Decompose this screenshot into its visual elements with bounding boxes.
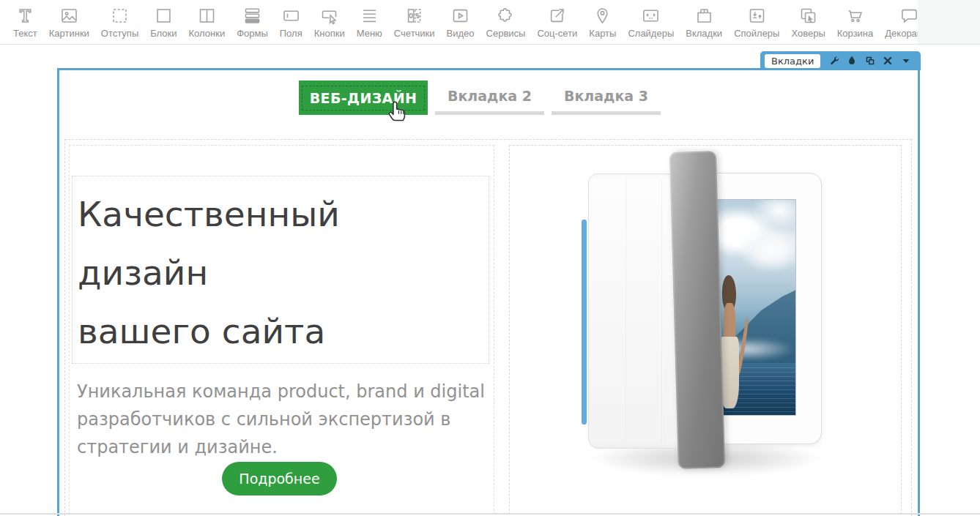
- toolbar-item-label: Поля: [280, 28, 302, 39]
- tab-3[interactable]: Вкладка 3: [552, 81, 661, 115]
- toolbar-item-label: Вкладки: [686, 28, 722, 39]
- toolbar-divider: [0, 44, 980, 45]
- paragraph-line: разработчиков с сильной экспертизой в: [77, 405, 489, 433]
- toolbar-item-label: Блоки: [150, 28, 177, 39]
- widget-control-bar: Вкладки: [760, 51, 921, 70]
- counters-icon: [404, 4, 424, 26]
- tab-web-design[interactable]: ВЕБ-ДИЗАЙН: [299, 81, 428, 115]
- forms-icon: [242, 4, 262, 26]
- toolbar-item-label: Видео: [447, 28, 475, 39]
- sliders-icon: [641, 4, 661, 26]
- wrench-icon[interactable]: [828, 55, 840, 67]
- paragraph-line: стратегии и дизайне.: [77, 433, 489, 461]
- toolbar-item-video[interactable]: Видео: [441, 4, 480, 39]
- toolbar-item-spoilers[interactable]: Спойлеры: [728, 4, 785, 39]
- blocks-icon: [154, 4, 174, 26]
- toolbar-item-label: Картинки: [49, 28, 89, 39]
- photo-cloud: [737, 225, 796, 273]
- toolbar-item-cart[interactable]: Корзина: [831, 4, 880, 39]
- toolbar-item-counters[interactable]: Счетчики: [388, 4, 441, 39]
- cart-icon: [845, 4, 865, 26]
- toolbar-item-social[interactable]: Соц-сети: [531, 4, 583, 39]
- toolbar-item-maps[interactable]: Карты: [583, 4, 622, 39]
- toolbar-empty-area: [918, 0, 980, 44]
- maps-icon: [593, 4, 612, 26]
- widget-control-icons: [825, 55, 915, 67]
- fields-icon: [281, 4, 301, 26]
- duplicate-icon[interactable]: [864, 55, 876, 67]
- toolbar-item-label: Меню: [357, 28, 382, 39]
- toolbar-item-images[interactable]: Картинки: [43, 4, 95, 39]
- toolbar-item-label: Корзина: [837, 28, 874, 39]
- droplet-icon[interactable]: [846, 55, 858, 67]
- viewport-bottom-edge: [0, 513, 980, 515]
- toolbar-item-menu[interactable]: Меню: [351, 4, 388, 39]
- tab-label: Вкладка 2: [448, 88, 532, 104]
- paragraph-text-block[interactable]: Уникальная команда product, brand и digi…: [77, 378, 489, 461]
- tab-2[interactable]: Вкладка 2: [435, 81, 544, 115]
- services-icon: [496, 4, 516, 26]
- toolbar-item-label: Спойлеры: [734, 28, 779, 39]
- toolbar-item-sliders[interactable]: Слайдеры: [622, 4, 680, 39]
- toolbar-item-label: Отступы: [101, 28, 138, 39]
- more-details-button[interactable]: Подробнее: [222, 462, 337, 496]
- toolbar-item-label: Текст: [13, 28, 37, 39]
- heading-line: вашего сайта: [78, 302, 489, 361]
- toolbar-item-spacing[interactable]: Отступы: [95, 4, 144, 39]
- toolbar-item-hovers[interactable]: Ховеры: [785, 4, 831, 39]
- toolbar-item-label: Соц-сети: [537, 28, 577, 39]
- toolbar-item-forms[interactable]: Формы: [231, 4, 274, 39]
- toolbar-item-tabs[interactable]: Вкладки: [680, 4, 728, 39]
- hovers-icon: [798, 4, 818, 26]
- toolbar-item-label: Сервисы: [486, 28, 526, 39]
- tabs-widget-canvas[interactable]: ВЕБ-ДИЗАЙН Вкладка 2 Вкладка 3 Качествен…: [57, 68, 920, 516]
- buttons-icon: [319, 4, 339, 26]
- collapse-caret-icon[interactable]: [900, 55, 912, 67]
- text-icon: [15, 4, 35, 26]
- heading-line: Качественный: [78, 185, 489, 244]
- tab-underline: [435, 111, 544, 115]
- close-icon[interactable]: [882, 55, 894, 67]
- toolbar-item-blocks[interactable]: Блоки: [144, 4, 182, 39]
- spoilers-icon: [747, 4, 767, 26]
- toolbar-item-label: Счетчики: [394, 28, 435, 39]
- heading-line: дизайн: [78, 244, 489, 302]
- tablet-cover-flap: [669, 151, 725, 469]
- toolbar-item-fields[interactable]: Поля: [274, 4, 308, 39]
- columns-icon: [197, 4, 217, 26]
- social-icon: [547, 4, 567, 26]
- images-icon: [59, 4, 79, 26]
- toolbar-item-text[interactable]: Текст: [7, 4, 43, 39]
- toolbar-item-services[interactable]: Сервисы: [480, 4, 532, 39]
- tabs-header: ВЕБ-ДИЗАЙН Вкладка 2 Вкладка 3: [299, 81, 661, 115]
- tab-label: Вкладка 3: [564, 88, 648, 104]
- toolbar-item-columns[interactable]: Колонки: [183, 4, 231, 39]
- paragraph-line: Уникальная команда product, brand и digi…: [77, 378, 489, 405]
- heading-text-block[interactable]: Качественный дизайн вашего сайта: [72, 176, 489, 364]
- video-icon: [450, 4, 470, 26]
- toolbar-item-buttons[interactable]: Кнопки: [308, 4, 351, 39]
- menu-icon: [360, 4, 379, 26]
- tab-underline: [552, 111, 661, 115]
- spacing-icon: [110, 4, 130, 26]
- toolbar-item-label: Ховеры: [791, 28, 825, 39]
- page-editor: Текст Картинки Отступы Блоки Колонки Фор…: [0, 0, 980, 516]
- decorations-icon: [899, 4, 919, 26]
- toolbar-item-label: Кнопки: [314, 28, 345, 39]
- toolbar-item-label: Формы: [237, 28, 268, 39]
- tab-label-editing[interactable]: ВЕБ-ДИЗАЙН: [302, 86, 426, 111]
- tablet-image-widget[interactable]: [572, 148, 909, 492]
- tabs-icon: [694, 4, 714, 26]
- toolbar-item-label: Карты: [589, 28, 616, 39]
- toolbar-item-label: Колонки: [189, 28, 226, 39]
- widgets-toolbar: Текст Картинки Отступы Блоки Колонки Фор…: [0, 0, 918, 44]
- widget-type-badge[interactable]: Вкладки: [765, 54, 820, 68]
- tablet-screen-photo: [713, 199, 796, 416]
- tablet-cover-spine: [582, 220, 587, 425]
- toolbar-item-label: Слайдеры: [628, 28, 674, 39]
